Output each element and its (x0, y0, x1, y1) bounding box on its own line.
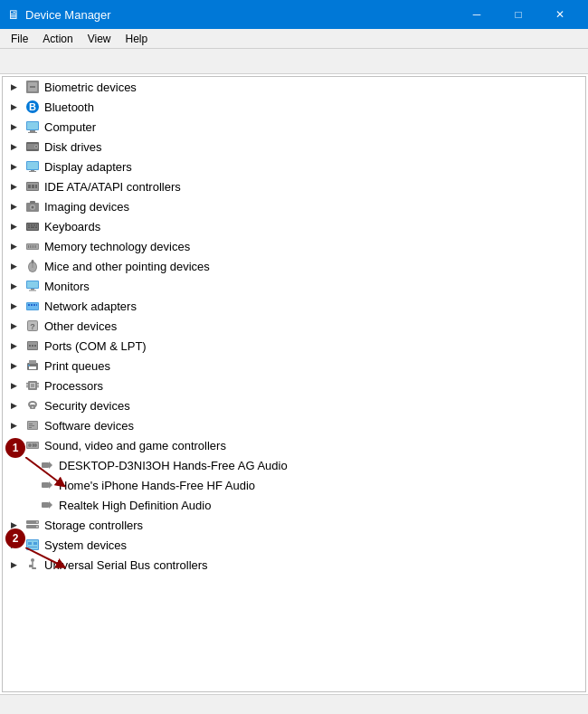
close-button[interactable]: ✕ (539, 0, 581, 29)
svg-rect-40 (33, 245, 34, 248)
svg-rect-20 (32, 185, 34, 188)
toolbar (0, 49, 588, 74)
svg-rect-21 (35, 185, 37, 188)
svg-point-79 (32, 406, 33, 408)
chevron-monitors: ▶ (6, 279, 21, 293)
chevron-network: ▶ (6, 299, 21, 313)
monitors-icon (24, 278, 41, 294)
processors-icon (24, 377, 41, 394)
software-icon (24, 417, 41, 433)
tree-item-sound-1[interactable]: ▶ DESKTOP-D3NI3OH Hands-Free AG Audio (3, 455, 585, 475)
menu-file[interactable]: File (4, 31, 35, 47)
imaging-icon (24, 198, 41, 214)
svg-point-24 (32, 206, 34, 209)
svg-rect-33 (31, 227, 34, 229)
print-label: Print queues (44, 359, 110, 373)
computer-label: Computer (44, 120, 96, 134)
svg-rect-37 (28, 245, 29, 248)
svg-point-87 (28, 443, 32, 447)
chevron-usb: ▶ (6, 557, 21, 572)
other-label: Other devices (44, 319, 117, 333)
tree-item-disk[interactable]: ▶ Disk drives (3, 137, 585, 157)
svg-rect-6 (27, 122, 38, 129)
tree-item-system[interactable]: ▶ System devices (3, 535, 585, 555)
svg-rect-94 (42, 502, 49, 508)
svg-rect-14 (27, 162, 38, 169)
tree-item-network[interactable]: ▶ Network adapters (3, 296, 585, 316)
svg-point-88 (33, 443, 37, 447)
svg-line-111 (25, 547, 62, 566)
tree-item-biometric[interactable]: ▶ Biometric devices (3, 77, 585, 97)
svg-rect-39 (32, 245, 33, 248)
menu-view[interactable]: View (81, 31, 119, 47)
title-bar: 🖥 Device Manager ─ □ ✕ (0, 0, 588, 29)
minimize-button[interactable]: ─ (456, 0, 498, 29)
menu-help[interactable]: Help (119, 31, 156, 47)
tree-item-display[interactable]: ▶ Display adapters (3, 157, 585, 176)
svg-rect-83 (29, 425, 34, 426)
svg-rect-19 (28, 185, 31, 188)
tree-item-computer[interactable]: ▶ Computer (3, 117, 585, 137)
svg-rect-70 (31, 384, 34, 387)
tree-item-other[interactable]: ▶ ? Other devices (3, 316, 585, 336)
tree-item-monitors[interactable]: ▶ Monitors (3, 276, 585, 296)
svg-rect-49 (29, 290, 36, 291)
svg-point-99 (36, 526, 38, 528)
memory-icon (24, 238, 41, 254)
bluetooth-label: Bluetooth (44, 100, 94, 114)
ports-icon (24, 338, 41, 354)
imaging-label: Imaging devices (44, 200, 129, 214)
chevron-print: ▶ (6, 358, 21, 373)
other-icon: ? (24, 318, 41, 334)
tree-item-sound-2[interactable]: ▶ Home's iPhone Hands-Free HF Audio (3, 475, 585, 495)
svg-rect-15 (31, 170, 34, 171)
tree-item-sound-3[interactable]: ▶ Realtek High Definition Audio (3, 495, 585, 515)
ports-label: Ports (COM & LPT) (44, 339, 147, 353)
tree-item-security[interactable]: ▶ Security devices (3, 395, 585, 415)
maximize-button[interactable]: □ (498, 0, 539, 29)
chevron-keyboards: ▶ (6, 219, 21, 233)
menu-bar: File Action View Help (0, 29, 588, 49)
bluetooth-icon: B (24, 99, 41, 115)
chevron-mice: ▶ (6, 259, 21, 273)
svg-rect-53 (31, 304, 33, 306)
svg-rect-103 (33, 542, 37, 545)
storage-icon (24, 517, 41, 533)
tree-item-sound[interactable]: ▼ Sound, video and game controllers (3, 435, 585, 455)
annotation-arrow-1 (25, 457, 80, 493)
tree-item-storage[interactable]: ▶ Storage controllers (3, 515, 585, 535)
tree-item-memory[interactable]: ▶ Memory technology devices (3, 236, 585, 256)
annotation-badge-2: 2 (5, 528, 25, 548)
chevron-display: ▶ (6, 159, 21, 174)
tree-item-imaging[interactable]: ▶ Imaging devices (3, 196, 585, 216)
sound-3-icon (39, 497, 55, 513)
svg-point-98 (36, 521, 38, 523)
tree-item-processors[interactable]: ▶ Processors (3, 376, 585, 395)
svg-rect-67 (28, 365, 30, 367)
svg-rect-47 (27, 281, 38, 288)
app-window: 🖥 Device Manager ─ □ ✕ File Action View … (0, 0, 588, 714)
app-icon: 🖥 (7, 7, 20, 22)
display-icon (24, 158, 41, 175)
svg-rect-29 (31, 224, 33, 226)
chevron-biometric: ▶ (6, 80, 21, 94)
tree-item-ide[interactable]: ▶ IDE ATA/ATAPI controllers (3, 176, 585, 196)
tree-item-mice[interactable]: ▶ Mice and other pointing devices (3, 256, 585, 276)
chevron-imaging: ▶ (6, 199, 21, 214)
tree-item-bluetooth[interactable]: ▶ B Bluetooth (3, 97, 585, 117)
svg-point-12 (35, 146, 37, 148)
tree-item-print[interactable]: ▶ Print queues (3, 356, 585, 376)
svg-rect-31 (36, 224, 37, 226)
svg-rect-89 (33, 443, 33, 447)
tree-item-ports[interactable]: ▶ Ports (COM & LPT) (3, 336, 585, 356)
computer-icon (24, 119, 41, 135)
processors-label: Processors (44, 379, 103, 393)
menu-action[interactable]: Action (35, 31, 80, 47)
sound-2-label: Home's iPhone Hands-Free HF Audio (59, 479, 255, 492)
tree-item-keyboards[interactable]: ▶ Keyboards (3, 216, 585, 236)
tree-item-usb[interactable]: ▶ Universal Serial Bus controllers (3, 555, 585, 575)
tree-item-software[interactable]: ▶ Software devices (3, 415, 585, 435)
device-tree[interactable]: ▶ Biometric devices ▶ B Bluetooth ▶ (2, 76, 586, 692)
chevron-software: ▶ (6, 418, 21, 433)
svg-marker-95 (49, 501, 52, 509)
